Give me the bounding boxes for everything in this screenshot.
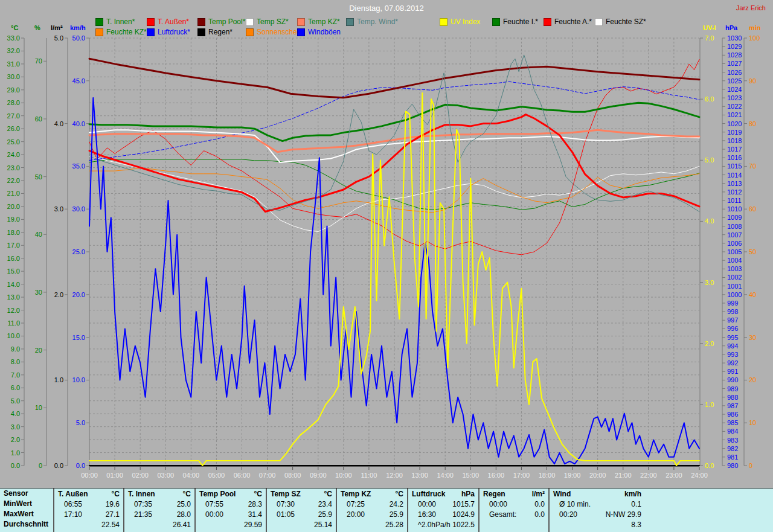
tick-label-min: 100 xyxy=(749,34,760,42)
stat-value: 25.0 xyxy=(177,499,191,510)
tick-label-hpa: 999 xyxy=(727,300,738,307)
stat-time: 07:35 xyxy=(128,499,152,510)
tick-label-kmh: 15.0 xyxy=(72,334,85,341)
x-tick-label: 01:00 xyxy=(106,472,123,479)
tick-label-pct: 20 xyxy=(35,347,42,354)
stat-time: 07:25 xyxy=(341,499,365,510)
chart-plot: 0.01.02.03.04.05.06.07.08.09.010.011.012… xyxy=(0,0,773,487)
x-tick-label: 03:00 xyxy=(157,472,174,479)
stat-value: 25.28 xyxy=(385,520,403,530)
stats-group-temp-sz: Temp SZ°C07:3023.401:0525.925.14 xyxy=(266,489,336,532)
tick-label-hpa: 992 xyxy=(727,359,738,367)
stats-table: SensorMinWertMaxWertDurchschnittT. Außen… xyxy=(0,488,773,532)
tick-label-C: 12.0 xyxy=(7,307,20,314)
stat-value: 28.3 xyxy=(248,499,262,510)
tick-label-C: 3.0 xyxy=(11,423,20,431)
tick-label-hpa: 985 xyxy=(727,419,738,426)
tick-label-hpa: 1007 xyxy=(727,231,742,239)
stat-col-unit: °C xyxy=(324,489,332,499)
x-tick-label: 00:00 xyxy=(81,472,98,479)
tick-label-hpa: 1022 xyxy=(727,103,742,110)
stat-time: 00:20 xyxy=(553,510,577,520)
stat-value: 0.0 xyxy=(534,499,545,510)
tick-label-pct: 0 xyxy=(39,462,42,469)
tick-label-lm2: 2.0 xyxy=(54,291,63,298)
tick-label-lm2: 0.0 xyxy=(54,462,63,469)
stat-value: 27.1 xyxy=(106,510,120,520)
stat-time: 16:30 xyxy=(412,510,436,520)
tick-label-C: 4.0 xyxy=(11,410,20,417)
stats-group-regen: Regenl/m²00:000.0Gesamt:0.0 xyxy=(478,489,548,532)
tick-label-C: 6.0 xyxy=(11,384,20,391)
stat-time: 17:10 xyxy=(58,510,82,520)
tick-label-pct: 70 xyxy=(35,57,42,65)
tick-label-hpa: 990 xyxy=(727,376,738,383)
tick-label-uvi: 5.0 xyxy=(705,156,714,164)
tick-label-min: 70 xyxy=(749,162,756,170)
tick-label-hpa: 995 xyxy=(727,334,738,341)
tick-label-min: 10 xyxy=(749,419,756,426)
tick-label-hpa: 1010 xyxy=(727,205,742,213)
x-tick-label: 05:00 xyxy=(208,472,225,479)
tick-label-min: 20 xyxy=(749,376,756,383)
tick-label-C: 20.0 xyxy=(7,203,20,210)
tick-label-C: 17.0 xyxy=(7,242,20,249)
x-tick-label: 17:00 xyxy=(513,472,530,479)
tick-label-C: 11.0 xyxy=(7,319,20,327)
tick-label-C: 30.0 xyxy=(7,73,20,80)
tick-label-C: 32.0 xyxy=(7,47,20,54)
x-tick-label: 18:00 xyxy=(539,472,556,479)
stats-group-temp-pool: Temp Pool°C07:5528.300:0031.429.59 xyxy=(194,489,266,532)
tick-label-pct: 30 xyxy=(35,289,42,296)
stat-col-name: Temp Pool xyxy=(199,489,236,499)
tick-label-hpa: 1019 xyxy=(727,129,742,136)
tick-label-min: 30 xyxy=(749,334,756,341)
stat-value: 26.41 xyxy=(173,520,191,530)
x-tick-label: 06:00 xyxy=(234,472,251,479)
tick-label-kmh: 50.0 xyxy=(72,34,85,42)
stat-col-name: Regen xyxy=(483,489,505,499)
x-tick-label: 11:00 xyxy=(361,472,377,479)
tick-label-hpa: 981 xyxy=(727,453,738,461)
tick-label-hpa: 1030 xyxy=(727,34,742,42)
stat-time: 06:55 xyxy=(58,499,82,510)
tick-label-C: 22.0 xyxy=(7,177,20,184)
stat-value: 0.0 xyxy=(534,510,545,520)
tick-label-hpa: 1008 xyxy=(727,223,742,230)
stat-time: 00:00 xyxy=(199,510,223,520)
tick-label-min: 60 xyxy=(749,205,756,213)
tick-label-C: 8.0 xyxy=(11,358,20,365)
tick-label-hpa: 1018 xyxy=(727,137,742,144)
stat-time: 07:30 xyxy=(271,499,295,510)
tick-label-kmh: 45.0 xyxy=(72,77,85,85)
tick-label-uvi: 3.0 xyxy=(705,279,714,286)
tick-label-C: 15.0 xyxy=(7,268,20,275)
tick-label-lm2: 4.0 xyxy=(54,120,63,127)
tick-label-C: 27.0 xyxy=(7,112,20,120)
tick-label-hpa: 1014 xyxy=(727,171,742,179)
tick-label-hpa: 1002 xyxy=(727,274,742,281)
x-tick-label: 10:00 xyxy=(335,472,352,479)
tick-label-hpa: 1016 xyxy=(727,154,742,161)
tick-label-uvi: 2.0 xyxy=(705,340,714,347)
tick-label-pct: 10 xyxy=(35,404,42,411)
stat-value: 8.3 xyxy=(631,520,641,530)
tick-label-hpa: 1015 xyxy=(727,162,742,170)
tick-label-C: 31.0 xyxy=(7,60,20,68)
tick-label-hpa: 1025 xyxy=(727,77,742,85)
x-tick-label: 08:00 xyxy=(284,472,301,479)
stat-value: 25.9 xyxy=(318,510,332,520)
series-lines xyxy=(89,55,699,466)
tick-label-hpa: 1020 xyxy=(727,120,742,127)
stats-group-t-au-en: T. Außen°C06:5519.617:1027.122.54 xyxy=(53,489,123,532)
stat-row-label: Durchschnitt xyxy=(4,519,48,530)
stat-time: 07:55 xyxy=(199,499,223,510)
tick-label-pct: 60 xyxy=(35,115,42,123)
tick-label-C: 18.0 xyxy=(7,229,20,236)
stat-time: 01:05 xyxy=(271,510,295,520)
tick-label-kmh: 30.0 xyxy=(72,205,85,213)
stat-col-name: Temp KZ xyxy=(341,489,371,499)
tick-label-C: 26.0 xyxy=(7,125,20,132)
tick-label-min: 90 xyxy=(749,77,756,85)
tick-label-hpa: 984 xyxy=(727,428,738,435)
